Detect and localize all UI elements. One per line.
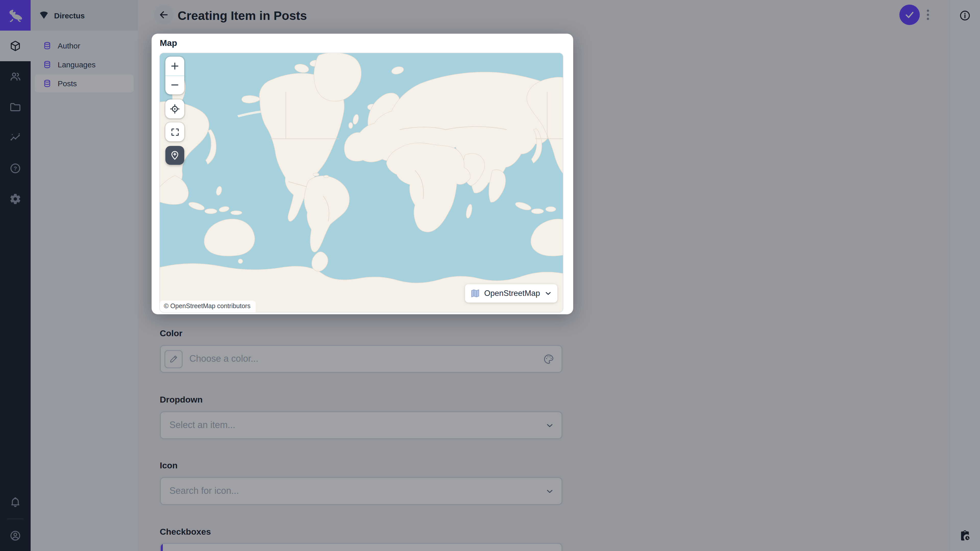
fullscreen-icon bbox=[170, 127, 180, 137]
basemap-selector[interactable]: OpenStreetMap bbox=[465, 284, 557, 303]
geolocate-button[interactable] bbox=[165, 100, 184, 118]
map-field-dialog: Map bbox=[151, 34, 573, 314]
world-map bbox=[160, 53, 563, 312]
map-zoom-controls bbox=[165, 57, 184, 94]
plus-icon bbox=[170, 61, 180, 71]
add-location-pin-icon bbox=[169, 150, 180, 161]
directus-app: ? bbox=[0, 0, 980, 551]
map-canvas[interactable]: © OpenStreetMap contributors OpenStreetM… bbox=[160, 53, 563, 312]
fullscreen-button[interactable] bbox=[165, 122, 184, 141]
zoom-in-button[interactable] bbox=[165, 57, 184, 75]
map-attribution[interactable]: © OpenStreetMap contributors bbox=[160, 300, 256, 312]
chevron-down-icon bbox=[544, 289, 552, 297]
basemap-map-icon bbox=[470, 288, 480, 299]
map-field-label: Map bbox=[160, 38, 177, 48]
basemap-label: OpenStreetMap bbox=[484, 289, 540, 298]
zoom-out-button[interactable] bbox=[165, 76, 184, 94]
minus-icon bbox=[170, 80, 180, 90]
geolocate-icon bbox=[169, 103, 180, 114]
add-location-button[interactable] bbox=[165, 146, 184, 165]
